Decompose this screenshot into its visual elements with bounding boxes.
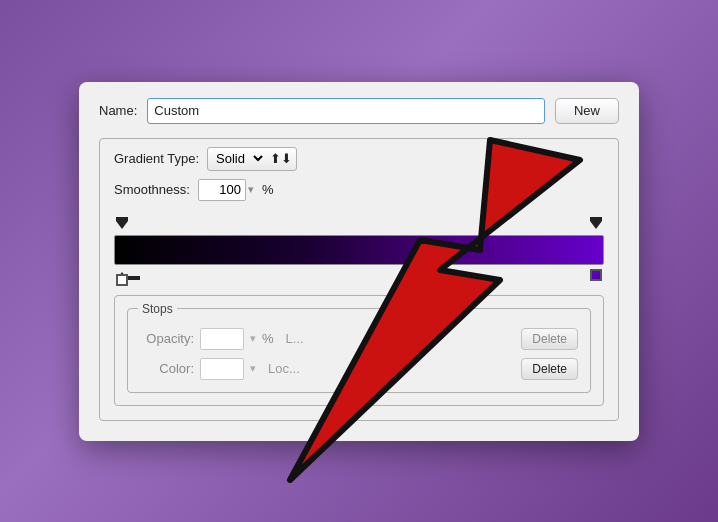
top-stop-left[interactable]	[116, 217, 128, 233]
opacity-stepper[interactable]: ▾	[250, 332, 256, 345]
color-input[interactable]	[200, 358, 244, 380]
gradient-area	[114, 217, 604, 285]
loc-label-color: Loc...	[268, 361, 300, 376]
bottom-stop-indicators	[114, 267, 604, 285]
smoothness-input[interactable]	[198, 179, 246, 201]
opacity-delete-button[interactable]: Delete	[521, 328, 578, 350]
opacity-input[interactable]	[200, 328, 244, 350]
new-button[interactable]: New	[555, 98, 619, 124]
color-row: Color: ▾ Loc... Delete	[140, 358, 578, 380]
stops-legend: Stops	[138, 302, 177, 316]
gradient-editor-dialog: Name: New Gradient Type: Solid Noise ⬆⬇ …	[79, 82, 639, 441]
top-stop-indicators	[114, 217, 604, 233]
gradient-fieldset: Gradient Type: Solid Noise ⬆⬇ Smoothness…	[99, 138, 619, 421]
gradient-type-label: Gradient Type:	[114, 151, 199, 166]
color-label: Color:	[140, 361, 194, 376]
name-row: Name: New	[99, 98, 619, 124]
stops-fieldset: Stops Opacity: ▾ % L... Delete Color: ▾ …	[114, 295, 604, 406]
color-delete-button[interactable]: Delete	[521, 358, 578, 380]
smoothness-input-wrap: ▾	[198, 179, 254, 201]
select-arrow-icon: ⬆⬇	[270, 151, 292, 166]
gradient-bar[interactable]	[114, 235, 604, 265]
gradient-type-select-wrap[interactable]: Solid Noise ⬆⬇	[207, 147, 297, 171]
smoothness-percent: %	[262, 182, 274, 197]
opacity-percent: %	[262, 331, 274, 346]
opacity-label: Opacity:	[140, 331, 194, 346]
name-input[interactable]	[147, 98, 545, 124]
color-stepper[interactable]: ▾	[250, 362, 256, 375]
smoothness-stepper[interactable]: ▾	[248, 183, 254, 196]
loc-label-opacity: L...	[286, 331, 304, 346]
smoothness-row: Smoothness: ▾ %	[114, 179, 604, 201]
gradient-type-select[interactable]: Solid Noise	[212, 150, 266, 167]
gradient-type-row: Gradient Type: Solid Noise ⬆⬇	[114, 147, 604, 171]
bottom-stop-left[interactable]	[116, 267, 140, 285]
opacity-row: Opacity: ▾ % L... Delete	[140, 328, 578, 350]
name-label: Name:	[99, 103, 137, 118]
top-stop-right[interactable]	[590, 217, 602, 233]
smoothness-label: Smoothness:	[114, 182, 190, 197]
